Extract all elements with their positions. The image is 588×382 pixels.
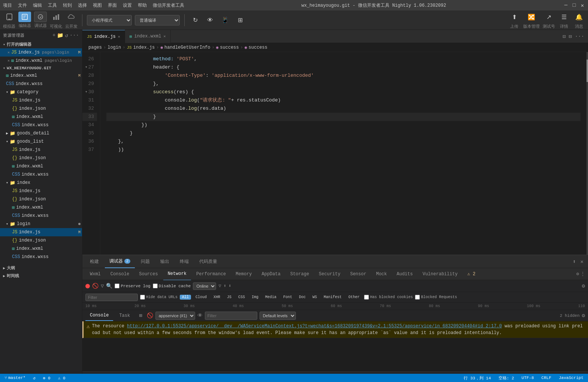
tree-folder-index[interactable]: ▾ 📁 index [0, 179, 82, 187]
menu-tools[interactable]: 工具 [48, 2, 57, 9]
tab-memory[interactable]: Memory [231, 267, 256, 281]
menu-help[interactable]: 帮助 [138, 2, 147, 9]
tree-item-gl-wxss[interactable]: CSS index.wxss [0, 170, 82, 179]
filter-manifest[interactable]: Manifest [321, 295, 344, 300]
more-tabs-icon[interactable]: ··· [574, 33, 585, 40]
menu-devtools[interactable]: 微信开发者工具 [153, 2, 184, 9]
refresh-icon[interactable]: ↺ [65, 32, 68, 39]
panel-maximize-icon[interactable]: ⬆ [571, 258, 577, 266]
visualize-button[interactable] [50, 11, 62, 23]
disable-cache-checkbox[interactable] [153, 284, 158, 288]
maximize-button[interactable]: □ [572, 3, 577, 8]
breadcrumb-func[interactable]: handleGetUserInfo [164, 45, 210, 50]
breadcrumb-indexjs[interactable]: index.js [133, 45, 155, 50]
tree-folder-goods-list[interactable]: ▾ 📁 goods_list [0, 137, 82, 146]
tab-sources[interactable]: Sources [134, 267, 162, 281]
console-filter-input[interactable] [205, 312, 257, 320]
filter-xhr[interactable]: XHR [211, 295, 222, 300]
tab-task[interactable]: Task [115, 310, 134, 321]
warnings-item[interactable]: ⚠ 0 [57, 376, 67, 381]
tree-item-indexwxml-root[interactable]: ⊞ index.wxml M [0, 72, 82, 80]
outline-header[interactable]: ▶ 大纲 [0, 264, 82, 272]
has-blocked-cookies-label[interactable]: Has blocked cookies [364, 295, 413, 300]
tab-sensor[interactable]: Sensor [346, 267, 371, 281]
warning-url[interactable]: http://127.0.0.1:55325/appservice/__dev_… [127, 324, 502, 329]
tree-item-gl-wxml[interactable]: ⊞ index.wxml [0, 162, 82, 170]
breadcrumb-login[interactable]: login [107, 45, 121, 50]
tree-item-login-wxss[interactable]: CSS index.wxss [0, 253, 82, 261]
errors-item[interactable]: ⊗ 0 [42, 376, 52, 381]
open-editors-header[interactable]: ▾ 打开的编辑器 [0, 40, 82, 48]
export-icon[interactable]: ⬇ [228, 283, 231, 289]
console-sidebar-icon[interactable]: ⊞ [137, 312, 144, 319]
detail-button[interactable]: ☰ [558, 11, 570, 23]
breadcrumb-pages[interactable]: pages [88, 45, 102, 50]
filter-js[interactable]: JS [225, 295, 234, 300]
filter-all[interactable]: All [180, 295, 191, 300]
blocked-requests-checkbox[interactable] [415, 295, 420, 300]
tab-wxml[interactable]: Wxml [85, 267, 105, 281]
filter-other[interactable]: Other [346, 295, 362, 300]
tree-item-idx-wxml[interactable]: ⊞ index.wxml [0, 203, 82, 212]
eye-filter-icon[interactable]: 👁 [197, 313, 203, 319]
filter-font[interactable]: Font [281, 295, 294, 300]
refresh-button[interactable]: ↻ [189, 14, 201, 26]
sync-item[interactable]: ↺ [31, 376, 37, 381]
tab-indexjs[interactable]: JS index.js ✕ [82, 30, 125, 43]
tree-item-login-js[interactable]: JS index.js M [0, 228, 82, 236]
line-ending-item[interactable]: CRLF [540, 376, 553, 380]
tree-item-cat-json[interactable]: {} index.json [0, 104, 82, 113]
phone-button[interactable]: 📱 [219, 14, 231, 26]
tree-item-idx-json[interactable]: {} index.json [0, 195, 82, 203]
timeline-header[interactable]: ▶ 时间线 [0, 272, 82, 280]
spaces-item[interactable]: 空格: 2 [497, 375, 516, 381]
devtools-more-icon[interactable]: ⋮ [581, 271, 585, 277]
has-blocked-cookies-checkbox[interactable] [364, 295, 369, 300]
tab-security[interactable]: Security [314, 267, 345, 281]
version-button[interactable]: 🔀 [525, 11, 537, 23]
tab-debugger[interactable]: 调试器 2 [105, 255, 135, 268]
tab-network[interactable]: Network [163, 267, 191, 281]
encoding-item[interactable]: UTF-8 [520, 376, 536, 380]
git-branch-item[interactable]: ⑂ master* [3, 376, 27, 380]
clear-button[interactable]: 🚫 [92, 283, 98, 289]
devtools-settings-icon[interactable]: ⚙ [576, 271, 579, 277]
console-gear-icon[interactable]: ⚙ [582, 312, 585, 319]
close-wxml-icon[interactable]: ✕ [7, 58, 10, 63]
hide-data-urls-label[interactable]: Hide data URLs [140, 295, 178, 300]
tab-console[interactable]: Console [106, 267, 134, 281]
throttle-down-icon[interactable]: ▽ [218, 283, 221, 289]
preserve-log-checkbox[interactable] [115, 284, 119, 288]
new-file-icon[interactable]: + [52, 32, 55, 39]
throttle-select[interactable]: Online [193, 282, 216, 290]
record-button[interactable] [85, 284, 90, 288]
tree-item-gl-json[interactable]: {} index.json [0, 154, 82, 162]
tab-wxml-close-icon[interactable]: ✕ [163, 34, 166, 39]
tab-output[interactable]: 输出 [156, 255, 174, 268]
tab-codequality[interactable]: 代码质量 [195, 255, 222, 268]
debugger-button[interactable] [34, 12, 47, 22]
tab-performance[interactable]: Performance [192, 267, 230, 281]
split-editor-icon[interactable]: ⊡ [562, 33, 566, 40]
blocked-requests-label[interactable]: Blocked Requests [415, 295, 457, 300]
tree-item-cat-wxss[interactable]: CSS index.wxss [0, 121, 82, 129]
tree-item-login-wxml[interactable]: ⊞ index.wxml [0, 245, 82, 253]
tab-indexwxml[interactable]: ⊞ index.wxml ✕ [125, 30, 171, 43]
tab-mock[interactable]: Mock [372, 267, 391, 281]
scrollbar-track[interactable] [587, 52, 588, 255]
eye-button[interactable]: 👁 [204, 14, 216, 26]
menu-goto[interactable]: 转到 [63, 2, 72, 9]
menu-edit[interactable]: 编辑 [33, 2, 42, 9]
more-icon[interactable]: ··· [70, 32, 79, 39]
tree-folder-category[interactable]: ▾ 📁 category [0, 88, 82, 96]
close-file-icon[interactable]: ✕ [7, 50, 10, 55]
context-select[interactable]: appservice (#1) [155, 312, 195, 320]
tab-jianjian[interactable]: 检建 [85, 255, 103, 268]
tree-item-idx-js[interactable]: JS index.js [0, 187, 82, 195]
filter-media[interactable]: Media [263, 295, 279, 300]
tab-vulnerability[interactable]: Vulnerability [418, 267, 462, 281]
console-prohibit-icon[interactable]: 🚫 [147, 312, 153, 319]
breadcrumb-success2[interactable]: success [249, 45, 267, 50]
filter-css[interactable]: CSS [236, 295, 247, 300]
menu-project[interactable]: 项目 [3, 2, 12, 9]
